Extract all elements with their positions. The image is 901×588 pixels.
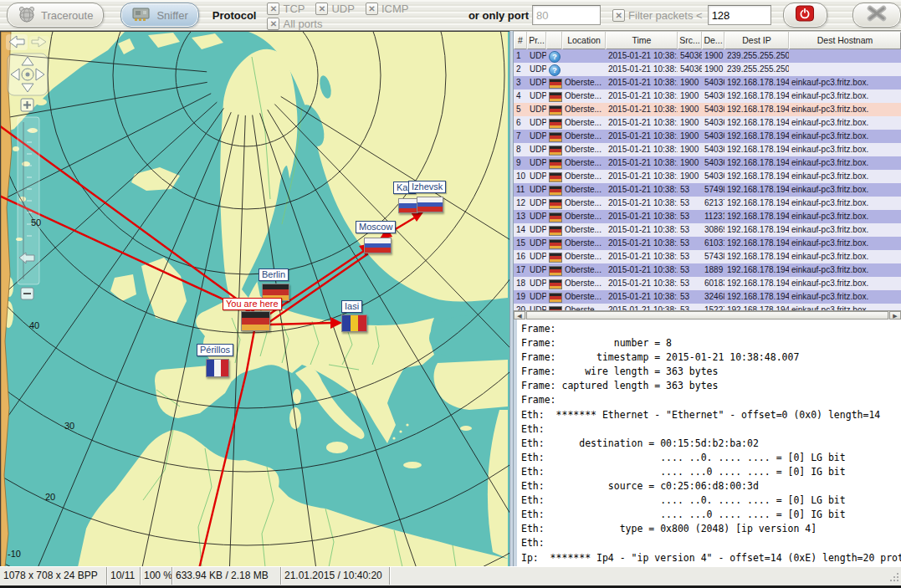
scroll-right-arrow[interactable]: ▶ xyxy=(889,311,901,320)
marker-label-moscow[interactable]: Moscow xyxy=(356,221,396,233)
scrollbar-thumb[interactable] xyxy=(526,311,888,320)
port-input[interactable] xyxy=(532,5,601,25)
cell-country-icon xyxy=(546,304,562,310)
packet-row[interactable]: 2UDP?2015-01-21 10:38:...540361900239.25… xyxy=(514,63,901,76)
column-header-6[interactable]: De... xyxy=(702,32,724,49)
cell-num: 20 xyxy=(514,304,527,310)
marker-flag-moscow xyxy=(364,238,392,253)
cell-dest-port: 61031 xyxy=(702,237,724,250)
marker-label-perillos[interactable]: Périllos xyxy=(197,344,233,356)
germany-flag-icon xyxy=(549,105,562,115)
horizontal-scrollbar[interactable]: ◀ ▶ xyxy=(514,310,901,320)
packet-row[interactable]: 16UDPOberste...2015-01-21 10:38:...53574… xyxy=(514,250,901,263)
packet-row[interactable]: 9UDPOberste...2015-01-21 10:38:...190054… xyxy=(514,156,901,170)
cell-protocol: UDP xyxy=(527,277,546,290)
map-panel[interactable]: KazIzhevskMoscowBerlinYou are hereIasiPé… xyxy=(0,31,509,566)
checkbox-box[interactable]: ✕ xyxy=(267,18,279,30)
germany-flag-icon xyxy=(549,212,562,222)
sniffer-button[interactable]: Sniffer xyxy=(120,3,198,28)
column-header-5[interactable]: Src... xyxy=(678,32,702,49)
cell-dest-port: 54036 xyxy=(702,116,724,130)
cell-location xyxy=(562,49,606,63)
cell-dest-ip: 192.168.178.194 xyxy=(724,223,789,237)
packet-row[interactable]: 12UDPOberste...2015-01-21 10:38:...53621… xyxy=(514,197,901,210)
packet-row[interactable]: 3UDPOberste...2015-01-21 10:38:...190054… xyxy=(514,76,901,89)
marker-label-iasi[interactable]: Iasi xyxy=(341,300,362,313)
settings-button[interactable] xyxy=(852,3,901,28)
cell-country-icon: ? xyxy=(546,49,562,63)
column-header-0[interactable]: # xyxy=(514,32,527,49)
column-header-7[interactable]: Dest IP xyxy=(724,32,789,49)
protocol-label: Protocol xyxy=(212,9,257,22)
packet-row[interactable]: 11UDPOberste...2015-01-21 10:38:...53574… xyxy=(514,183,901,197)
checkbox-box[interactable]: ✕ xyxy=(267,3,279,15)
status-bar: 1078 x 708 x 24 BPP10/11100 %633.94 KB /… xyxy=(0,566,901,586)
column-header-2[interactable] xyxy=(546,32,562,49)
packet-row[interactable]: 1UDP?2015-01-21 10:38:...540361900239.25… xyxy=(514,49,901,63)
checkbox-udp: ✕UDP xyxy=(315,3,354,15)
packet-row[interactable]: 10UDPOberste...2015-01-21 10:38:...19005… xyxy=(514,170,901,183)
cell-country-icon xyxy=(546,103,562,116)
packet-row[interactable]: 19UDPOberste...2015-01-21 10:38:...53324… xyxy=(514,290,901,304)
packet-row[interactable]: 7UDPOberste...2015-01-21 10:38:...190054… xyxy=(514,130,901,143)
cell-location: Oberste... xyxy=(562,76,606,89)
cell-time: 2015-01-21 10:38:... xyxy=(606,116,678,130)
germany-flag-icon xyxy=(549,79,562,89)
cell-dest-hostname: einkauf-pc3.fritz.box. xyxy=(789,304,901,310)
column-header-3[interactable]: Location xyxy=(562,32,606,49)
detail-line: Eth: destination = 00:15:5d:b2:ba:02 xyxy=(521,437,901,451)
checkbox-box[interactable]: ✕ xyxy=(612,9,625,22)
cell-time: 2015-01-21 10:38:... xyxy=(606,63,678,76)
filter-packets-checkbox: ✕ Filter packets < xyxy=(612,9,703,22)
scroll-left-arrow[interactable]: ◀ xyxy=(514,311,525,320)
resize-grip[interactable] xyxy=(889,572,899,582)
cell-location: Oberste... xyxy=(562,143,606,156)
traceroute-button[interactable]: Traceroute xyxy=(7,3,104,28)
marker-label-you-are-here[interactable]: You are here xyxy=(223,298,282,310)
cell-dest-ip: 192.168.178.194 xyxy=(724,116,789,130)
checkbox-box[interactable]: ✕ xyxy=(315,3,328,15)
detail-line: Frame: number = 8 xyxy=(521,336,901,350)
cell-location: Oberste... xyxy=(562,223,606,237)
cell-dest-hostname: einkauf-pc3.fritz.box. xyxy=(789,263,901,277)
germany-flag-icon xyxy=(549,226,562,236)
cell-src-port: 53 xyxy=(678,290,702,304)
packet-row[interactable]: 20UDPOberste...2015-01-21 10:38:...53152… xyxy=(514,304,901,310)
cell-dest-port: 54036 xyxy=(702,130,724,143)
cell-country-icon: ? xyxy=(546,63,562,76)
cell-time: 2015-01-21 10:38:... xyxy=(606,49,678,63)
filter-size-input[interactable] xyxy=(708,5,771,25)
cell-time: 2015-01-21 10:38:... xyxy=(606,237,678,250)
cell-location: Oberste... xyxy=(562,116,606,130)
marker-label-izhevsk[interactable]: Izhevsk xyxy=(408,181,446,193)
power-button[interactable] xyxy=(783,3,827,28)
column-header-1[interactable]: Pr... xyxy=(527,32,546,49)
cell-dest-port: 54036 xyxy=(702,156,724,170)
germany-flag-icon xyxy=(549,159,562,169)
cell-dest-port: 11231 xyxy=(702,210,724,223)
packet-row[interactable]: 13UDPOberste...2015-01-21 10:38:...53112… xyxy=(514,210,901,223)
cell-dest-port: 54036 xyxy=(702,76,724,89)
marker-flag-iasi xyxy=(341,314,367,332)
packet-row[interactable]: 8UDPOberste...2015-01-21 10:38:...190054… xyxy=(514,143,901,156)
protocol-checkboxes: ✕TCP✕UDP✕ICMP✕All ports xyxy=(256,0,454,30)
packet-row[interactable]: 14UDPOberste...2015-01-21 10:38:...53308… xyxy=(514,223,901,237)
packet-row[interactable]: 17UDPOberste...2015-01-21 10:38:...53188… xyxy=(514,263,901,277)
packet-row[interactable]: 18UDPOberste...2015-01-21 10:38:...53601… xyxy=(514,277,901,290)
network-card-icon xyxy=(131,6,151,25)
packet-row[interactable]: 5UDPOberste...2015-01-21 10:38:...190054… xyxy=(514,103,901,116)
cell-country-icon xyxy=(546,223,562,237)
column-header-4[interactable]: Time xyxy=(606,32,678,49)
checkbox-label: All ports xyxy=(283,18,322,30)
column-header-8[interactable]: Dest Hostnam xyxy=(789,32,901,49)
packet-row[interactable]: 6UDPOberste...2015-01-21 10:38:...190054… xyxy=(514,116,901,130)
marker-label-berlin[interactable]: Berlin xyxy=(259,268,289,281)
cell-src-port: 1900 xyxy=(678,103,702,116)
checkbox-box[interactable]: ✕ xyxy=(366,3,378,15)
packet-row[interactable]: 4UDPOberste...2015-01-21 10:38:...190054… xyxy=(514,89,901,103)
cell-num: 7 xyxy=(514,130,527,143)
cell-location: Oberste... xyxy=(562,156,606,170)
cell-location: Oberste... xyxy=(562,304,606,310)
packet-row[interactable]: 15UDPOberste...2015-01-21 10:38:...53610… xyxy=(514,237,901,250)
cell-num: 18 xyxy=(514,277,527,290)
